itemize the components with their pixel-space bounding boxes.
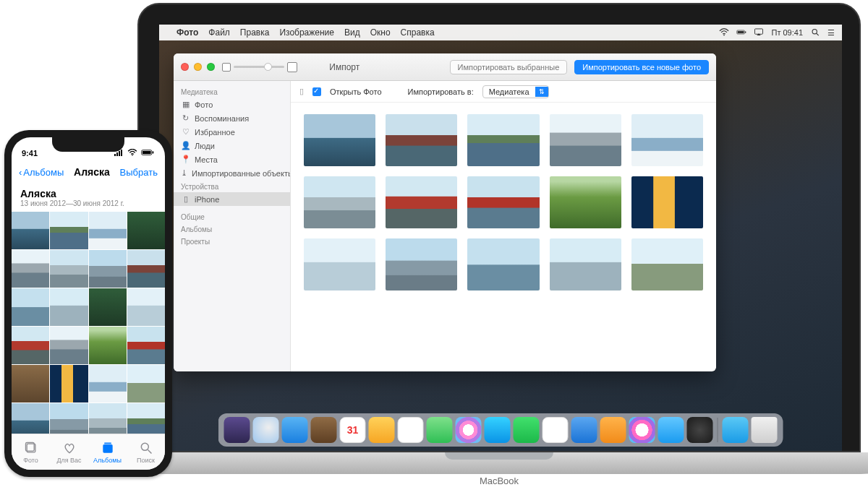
- dock-reminders-icon[interactable]: [398, 417, 424, 443]
- sidebar-item-imports[interactable]: ⤓Импортированные объекты: [174, 166, 290, 180]
- photo-thumb[interactable]: [12, 403, 49, 434]
- photo-thumb[interactable]: [89, 365, 127, 403]
- menubar-clock[interactable]: Пт 09:41: [771, 28, 803, 37]
- photo-thumb[interactable]: [12, 365, 49, 403]
- import-photo[interactable]: [631, 114, 703, 166]
- import-destination-select[interactable]: Медиатека ⇅: [482, 85, 549, 98]
- dock-mail-icon[interactable]: [282, 417, 308, 443]
- sidebar-item-photos[interactable]: ▦Фото: [174, 98, 290, 111]
- minimize-button[interactable]: [194, 63, 202, 71]
- select-button[interactable]: Выбрать: [120, 167, 158, 178]
- photo-thumb[interactable]: [89, 403, 127, 434]
- dock-messages-icon[interactable]: [485, 417, 511, 443]
- dock-calendar-icon[interactable]: 31: [340, 417, 366, 443]
- spotlight-icon[interactable]: [810, 28, 820, 38]
- import-photo[interactable]: [550, 238, 621, 290]
- dock-keynote-icon[interactable]: [600, 417, 626, 443]
- back-button[interactable]: ‹Альбомы: [19, 167, 64, 178]
- dock-numbers-icon[interactable]: [542, 417, 569, 443]
- import-photo[interactable]: [631, 176, 703, 228]
- import-photo[interactable]: [386, 238, 457, 290]
- photo-thumb[interactable]: [50, 288, 88, 326]
- battery-icon[interactable]: [736, 28, 746, 38]
- sidebar-item-memories[interactable]: ↻Воспоминания: [174, 111, 290, 125]
- dock-maps-icon[interactable]: [427, 417, 453, 443]
- menu-edit[interactable]: Правка: [240, 27, 270, 38]
- dock-finder-icon[interactable]: [224, 417, 250, 443]
- photo-thumb[interactable]: [89, 288, 127, 326]
- window-titlebar[interactable]: Импорт Импортировать выбранные Импортиро…: [174, 53, 716, 81]
- import-photo[interactable]: [304, 114, 375, 166]
- import-photo[interactable]: [304, 176, 375, 228]
- menu-help[interactable]: Справка: [401, 27, 435, 38]
- import-grid: [291, 103, 716, 371]
- dock-safari-icon[interactable]: [253, 417, 279, 443]
- dock-downloads-icon[interactable]: [723, 417, 749, 443]
- import-photo[interactable]: [467, 238, 539, 290]
- photo-thumb[interactable]: [50, 403, 88, 434]
- import-photo[interactable]: [304, 238, 375, 290]
- import-photo[interactable]: [467, 114, 539, 166]
- import-photo[interactable]: [550, 176, 621, 228]
- sidebar-item-places[interactable]: 📍Места: [174, 152, 290, 166]
- dock-preferences-icon[interactable]: [687, 417, 713, 443]
- sidebar-header-projects[interactable]: Проекты: [174, 235, 290, 247]
- notification-center-icon[interactable]: ☰: [827, 28, 835, 38]
- import-photo[interactable]: [467, 176, 539, 228]
- tab-albums[interactable]: Альбомы: [88, 434, 127, 470]
- photo-thumb[interactable]: [127, 365, 165, 403]
- dock-pages-icon[interactable]: [571, 417, 597, 443]
- menu-image[interactable]: Изображение: [279, 27, 334, 38]
- status-time: 9:41: [22, 149, 38, 158]
- photo-thumb[interactable]: [89, 327, 127, 364]
- photo-thumb[interactable]: [50, 365, 88, 403]
- iphone-device: 9:41 ‹Альбомы Аляска Выбрать Аляска 13 и…: [4, 130, 172, 477]
- photo-thumb[interactable]: [127, 250, 165, 288]
- photo-thumb[interactable]: [12, 250, 49, 288]
- photo-thumb[interactable]: [12, 288, 49, 326]
- photo-grid[interactable]: [12, 212, 165, 434]
- photo-thumb[interactable]: [50, 212, 88, 249]
- dock-contacts-icon[interactable]: [311, 417, 337, 443]
- wifi-icon: [127, 149, 137, 158]
- import-photo[interactable]: [386, 176, 457, 228]
- photo-thumb[interactable]: [50, 327, 88, 364]
- sidebar-header-albums[interactable]: Альбомы: [174, 223, 290, 235]
- photo-thumb[interactable]: [127, 403, 165, 434]
- sidebar-item-iphone[interactable]: ▯iPhone: [174, 192, 290, 206]
- import-selected-button[interactable]: Импортировать выбранные: [450, 60, 568, 74]
- sidebar-item-people[interactable]: 👤Люди: [174, 139, 290, 152]
- menu-window[interactable]: Окно: [370, 27, 391, 38]
- menu-view[interactable]: Вид: [344, 27, 360, 38]
- menubar-app-name[interactable]: Фото: [176, 27, 198, 38]
- import-photo[interactable]: [550, 114, 621, 166]
- close-button[interactable]: [181, 63, 189, 71]
- photo-thumb[interactable]: [89, 250, 127, 288]
- tab-foryou[interactable]: Для Вас: [50, 434, 88, 470]
- dock-itunes-icon[interactable]: [629, 417, 655, 443]
- dock-appstore-icon[interactable]: [658, 417, 684, 443]
- sidebar-header-shared[interactable]: Общие: [174, 210, 290, 223]
- tab-photos[interactable]: Фото: [12, 434, 50, 470]
- photo-thumb[interactable]: [50, 250, 88, 288]
- zoom-button[interactable]: [207, 63, 215, 71]
- menu-file[interactable]: Файл: [208, 27, 230, 38]
- open-photos-checkbox[interactable]: [312, 87, 321, 96]
- tab-search[interactable]: Поиск: [127, 434, 165, 470]
- photo-thumb[interactable]: [127, 327, 165, 364]
- airplay-icon[interactable]: [754, 28, 764, 38]
- photo-thumb[interactable]: [127, 212, 165, 249]
- dock-trash-icon[interactable]: [752, 417, 778, 443]
- photo-thumb[interactable]: [12, 327, 49, 364]
- wifi-icon[interactable]: [719, 28, 729, 38]
- photo-thumb[interactable]: [127, 288, 165, 326]
- dock-photos-icon[interactable]: [456, 417, 482, 443]
- dock-notes-icon[interactable]: [369, 417, 395, 443]
- dock-facetime-icon[interactable]: [514, 417, 540, 443]
- import-photo[interactable]: [631, 238, 703, 290]
- import-all-button[interactable]: Импортировать все новые фото: [574, 60, 709, 74]
- import-photo[interactable]: [386, 114, 457, 166]
- photo-thumb[interactable]: [12, 212, 49, 249]
- sidebar-item-favorites[interactable]: ♡Избранное: [174, 125, 290, 139]
- photo-thumb[interactable]: [89, 212, 127, 249]
